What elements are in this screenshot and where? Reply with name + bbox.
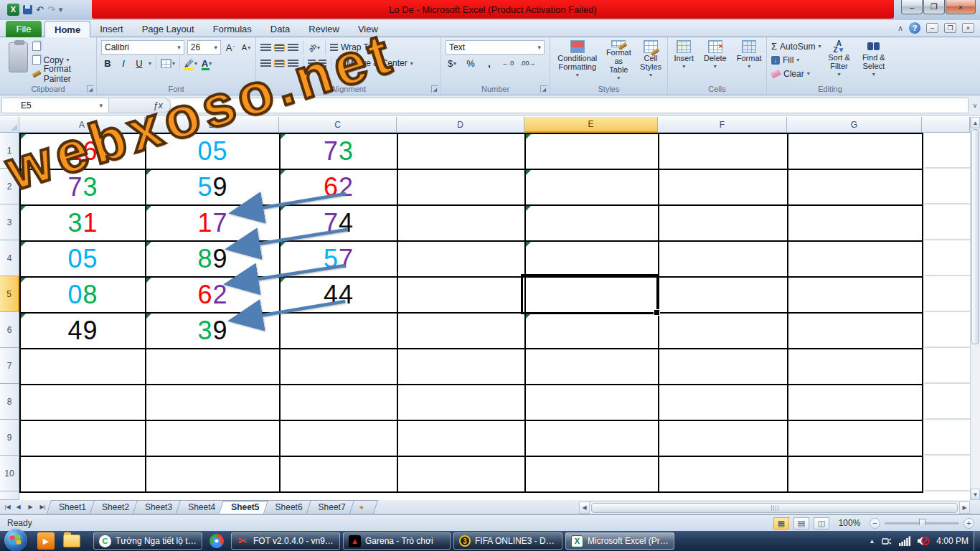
cell-styles-button[interactable]: Cell Styles▾ — [637, 39, 664, 83]
cell-A2[interactable]: 73 — [21, 170, 146, 206]
cell-F2[interactable] — [659, 170, 788, 206]
cell-F10[interactable] — [659, 457, 788, 493]
cell-F7[interactable] — [659, 349, 788, 385]
number-format-combo[interactable]: Text▾ — [446, 40, 545, 55]
scroll-up-icon[interactable]: ▲ — [971, 117, 980, 128]
cell-F1[interactable] — [659, 134, 788, 170]
sheet-tab-sheet5[interactable]: Sheet5 — [221, 500, 269, 514]
page-layout-view-button[interactable]: ▤ — [793, 517, 809, 529]
cell-E2[interactable] — [526, 170, 659, 206]
cell-B9[interactable] — [146, 421, 281, 457]
row-header-9[interactable]: 9 — [0, 420, 19, 456]
cell-A10[interactable] — [21, 457, 146, 493]
increase-decimal-button[interactable]: ←.0 — [501, 57, 514, 70]
tab-file[interactable]: File — [6, 21, 42, 37]
percent-button[interactable]: % — [464, 57, 477, 70]
delete-cells-button[interactable]: ×Delete▾ — [701, 39, 730, 83]
cell-D4[interactable] — [398, 242, 526, 278]
cell-A5[interactable]: 08 — [21, 278, 146, 314]
row-header-4[interactable]: 4 — [0, 240, 19, 276]
cell-A4[interactable]: 05 — [21, 242, 146, 278]
zoom-level[interactable]: 100% — [834, 518, 865, 528]
column-header-G[interactable]: G — [787, 117, 922, 133]
cell-B6[interactable]: 39 — [146, 314, 281, 349]
format-painter-button[interactable]: Format Painter — [32, 67, 93, 80]
column-header-partial[interactable] — [922, 117, 970, 133]
row-header-6[interactable]: 6 — [0, 312, 19, 348]
wrap-text-button[interactable]: Wrap Text — [330, 41, 380, 55]
save-icon[interactable] — [23, 5, 32, 14]
cell-G4[interactable] — [788, 242, 923, 278]
clear-button[interactable]: Clear▾ — [771, 67, 821, 80]
tab-insert[interactable]: Insert — [90, 21, 133, 37]
cell-F5[interactable] — [659, 278, 788, 314]
row-header-2[interactable]: 2 — [0, 169, 19, 204]
sheet-tab-sheet1[interactable]: Sheet1 — [49, 500, 96, 514]
cell-B8[interactable] — [146, 385, 281, 421]
tab-review[interactable]: Review — [299, 21, 349, 37]
tab-data[interactable]: Data — [261, 21, 299, 37]
cell-D9[interactable] — [398, 421, 526, 457]
cell-A1[interactable]: 16 — [21, 134, 146, 170]
grow-font-button[interactable]: Aˆ — [224, 41, 237, 55]
explorer-icon[interactable] — [63, 532, 80, 550]
previous-sheet-icon[interactable]: ◀ — [12, 500, 24, 514]
zoom-in-button[interactable]: + — [963, 518, 974, 529]
tab-view[interactable]: View — [349, 21, 387, 37]
cell-C10[interactable] — [281, 457, 398, 493]
cell-D2[interactable] — [398, 170, 526, 206]
row-header-partial[interactable] — [0, 491, 19, 500]
cell-D3[interactable] — [398, 206, 526, 242]
find-select-button[interactable]: Find & Select▾ — [857, 39, 890, 80]
cell-B2[interactable]: 59 — [146, 170, 281, 206]
borders-button[interactable]: ▾ — [161, 57, 175, 70]
increase-indent-button[interactable] — [319, 60, 326, 67]
cell-B7[interactable] — [146, 349, 281, 385]
fill-button[interactable]: ↓Fill▾ — [771, 53, 821, 67]
sheet-tab-sheet3[interactable]: Sheet3 — [135, 500, 182, 514]
volume-muted-icon[interactable] — [917, 535, 930, 547]
align-middle-button[interactable] — [274, 44, 285, 52]
cell-D10[interactable] — [398, 457, 526, 493]
scroll-right-icon[interactable]: ▶ — [959, 501, 970, 514]
cell-F8[interactable] — [659, 385, 788, 421]
workbook-restore-button[interactable]: ❐ — [944, 23, 956, 33]
column-header-E[interactable]: E — [524, 117, 658, 133]
cell-E9[interactable] — [526, 421, 659, 457]
name-box-dropdown-icon[interactable]: ▾ — [99, 102, 103, 109]
tab-formulas[interactable]: Formulas — [204, 21, 261, 37]
cell-G2[interactable] — [788, 170, 923, 206]
cell-G3[interactable] — [788, 206, 923, 242]
font-family-combo[interactable]: Calibri▾ — [101, 40, 184, 55]
power-plug-icon[interactable] — [881, 535, 892, 547]
minimize-button[interactable]: – — [901, 0, 923, 14]
cell-C4[interactable]: 57 — [281, 242, 398, 278]
cell-B4[interactable]: 89 — [146, 242, 281, 278]
cell-F4[interactable] — [659, 242, 788, 278]
taskbar-button-3[interactable]: ▲Garena - Trò chơi — [343, 532, 451, 550]
bold-button[interactable]: B — [101, 57, 114, 70]
show-desktop-button[interactable] — [974, 531, 980, 551]
format-as-table-button[interactable]: Format as Table▾ — [602, 39, 636, 83]
insert-function-button[interactable]: ƒx — [109, 98, 171, 113]
underline-dropdown-icon[interactable]: ▾ — [149, 60, 151, 67]
qat-dropdown-icon[interactable]: ▾ — [59, 5, 63, 14]
normal-view-button[interactable]: ▦ — [773, 517, 789, 529]
column-header-A[interactable]: A — [19, 117, 145, 133]
cell-B5[interactable]: 62 — [146, 278, 281, 314]
taskbar-button-5[interactable]: XMicrosoft Excel (Pro... — [565, 532, 674, 550]
decrease-indent-button[interactable] — [308, 60, 316, 67]
taskbar-button-1[interactable]: CTướng Nga tiết lộ th... — [93, 532, 202, 550]
cut-button[interactable] — [32, 39, 93, 53]
cell-E10[interactable] — [526, 457, 659, 493]
cell-D1[interactable] — [398, 134, 526, 170]
cell-C3[interactable]: 74 — [281, 206, 398, 242]
cell-G6[interactable] — [788, 314, 923, 349]
undo-icon[interactable]: ↶ — [36, 5, 44, 14]
cell-A7[interactable] — [21, 349, 146, 385]
insert-worksheet-tab[interactable]: ✦ — [352, 500, 376, 514]
underline-button[interactable]: U — [133, 57, 146, 70]
select-all-corner[interactable] — [0, 117, 19, 133]
row-header-3[interactable]: 3 — [0, 204, 19, 240]
italic-button[interactable]: I — [117, 57, 130, 70]
